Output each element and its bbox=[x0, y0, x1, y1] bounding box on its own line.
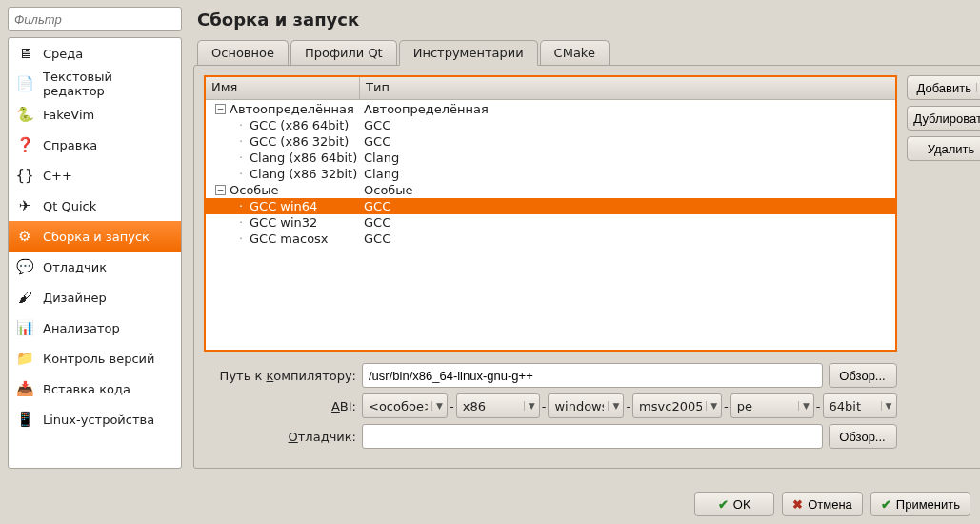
chevron-down-icon: ▼ bbox=[798, 401, 810, 411]
cancel-button[interactable]: ✖ Отмена bbox=[782, 492, 863, 516]
expander-icon[interactable]: − bbox=[215, 185, 226, 195]
abi-combo-1[interactable]: x86▼ bbox=[456, 393, 540, 418]
expander-icon[interactable]: − bbox=[215, 104, 226, 114]
delete-button[interactable]: Удалить bbox=[907, 136, 980, 161]
tree-header-type[interactable]: Тип bbox=[360, 77, 895, 99]
debugger-input[interactable] bbox=[362, 424, 823, 449]
chevron-down-icon: ▼ bbox=[881, 401, 892, 411]
tree-row-type: GCC bbox=[362, 214, 895, 231]
form: Путь к компилятору: Обзор... ABI: <особо… bbox=[204, 363, 897, 449]
sidebar-item-label: Текстовый редактор bbox=[43, 70, 175, 98]
sidebar-item-8[interactable]: 🖌Дизайнер bbox=[9, 282, 181, 312]
tab-1[interactable]: Профили Qt bbox=[290, 40, 397, 66]
tree-row-type: Clang bbox=[362, 150, 895, 166]
sidebar-icon: 📄 bbox=[14, 73, 35, 94]
chevron-down-icon: ▼ bbox=[524, 401, 535, 411]
tree-row[interactable]: ·GCC (x86 64bit)GCC bbox=[206, 117, 895, 133]
tree-row[interactable]: −АвтоопределённаяАвтоопределённая bbox=[206, 101, 895, 117]
tree-row[interactable]: ·Clang (x86 32bit)Clang bbox=[206, 166, 895, 182]
tab-3[interactable]: CMake bbox=[540, 40, 610, 66]
sidebar-item-label: Linux-устройства bbox=[43, 413, 154, 427]
sidebar-item-3[interactable]: ❓Справка bbox=[9, 130, 181, 160]
browse-debugger-button[interactable]: Обзор... bbox=[829, 424, 897, 449]
chevron-down-icon: ▼ bbox=[706, 401, 717, 411]
tree-row-name: Clang (x86 64bit) bbox=[250, 150, 357, 166]
abi-combo-3[interactable]: msvc2005▼ bbox=[632, 393, 722, 418]
tree-header-name[interactable]: Имя bbox=[206, 77, 360, 99]
apply-label: Применить bbox=[896, 497, 960, 512]
tree-row-name: GCC (x86 64bit) bbox=[250, 117, 349, 133]
sidebar-item-7[interactable]: 💬Отладчик bbox=[9, 252, 181, 282]
tree-row[interactable]: ·GCC (x86 32bit)GCC bbox=[206, 133, 895, 150]
tab-2[interactable]: Инструментарии bbox=[399, 40, 538, 66]
sidebar-item-4[interactable]: {}C++ bbox=[9, 160, 181, 191]
tree-header: Имя Тип bbox=[206, 77, 895, 100]
clone-button[interactable]: Дублировать bbox=[907, 106, 980, 131]
sidebar-item-6[interactable]: ⚙Сборка и запуск bbox=[9, 221, 181, 252]
abi-combo-5[interactable]: 64bit▼ bbox=[823, 393, 897, 418]
tree-row-type: Особые bbox=[362, 182, 895, 198]
add-button[interactable]: Добавить ▼ bbox=[907, 75, 980, 100]
tree-row[interactable]: −ОсобыеОсобые bbox=[206, 182, 895, 198]
tree-row[interactable]: ·GCC win32GCC bbox=[206, 214, 895, 231]
sidebar-list: 🖥Среда📄Текстовый редактор🐍FakeVim❓Справк… bbox=[8, 37, 182, 469]
abi-combo-value: pe bbox=[737, 399, 794, 413]
tree-row[interactable]: ·GCC macosxGCC bbox=[206, 231, 895, 247]
separator: - bbox=[540, 399, 549, 413]
sidebar-item-label: Анализатор bbox=[43, 321, 120, 335]
tree-row-name: Clang (x86 32bit) bbox=[250, 166, 357, 182]
tree-row-type: GCC bbox=[362, 231, 895, 247]
sidebar-item-label: Вставка кода bbox=[43, 382, 130, 396]
abi-combo-value: windows bbox=[554, 399, 604, 413]
tree-body: −АвтоопределённаяАвтоопределённая·GCC (x… bbox=[206, 100, 895, 350]
chevron-down-icon: ▼ bbox=[976, 83, 980, 92]
browse-compiler-button[interactable]: Обзор... bbox=[829, 363, 897, 388]
sidebar-icon: 💬 bbox=[14, 256, 35, 277]
sidebar-item-1[interactable]: 📄Текстовый редактор bbox=[9, 69, 181, 99]
apply-button[interactable]: ✔ Применить bbox=[870, 492, 970, 516]
sidebar-item-label: Справка bbox=[43, 138, 97, 152]
tree-row-name: GCC (x86 32bit) bbox=[250, 133, 349, 150]
sidebar-item-11[interactable]: 📥Вставка кода bbox=[9, 373, 181, 404]
cross-icon: ✖ bbox=[792, 497, 803, 512]
compiler-path-label: Путь к компилятору: bbox=[204, 369, 356, 383]
sidebar-item-0[interactable]: 🖥Среда bbox=[9, 38, 181, 69]
tree-row-name: GCC macosx bbox=[250, 231, 329, 247]
abi-combo-value: x86 bbox=[463, 399, 520, 413]
ok-button[interactable]: ✔ OK bbox=[694, 492, 774, 516]
compiler-path-input[interactable] bbox=[362, 363, 823, 388]
ok-label: OK bbox=[733, 497, 751, 512]
tree-row-type: GCC bbox=[362, 133, 895, 150]
filter-input[interactable] bbox=[8, 7, 182, 31]
sidebar-item-label: C++ bbox=[43, 169, 72, 183]
sidebar-icon: 📥 bbox=[14, 378, 35, 399]
sidebar-item-9[interactable]: 📊Анализатор bbox=[9, 312, 181, 343]
chevron-down-icon: ▼ bbox=[608, 401, 619, 411]
tree-row[interactable]: ·GCC win64GCC bbox=[206, 198, 895, 214]
abi-combo-0[interactable]: <особое>▼ bbox=[362, 393, 448, 418]
sidebar-icon: 🐍 bbox=[14, 104, 35, 125]
sidebar-icon: ✈ bbox=[14, 195, 35, 216]
chevron-down-icon: ▼ bbox=[431, 401, 443, 411]
sidebar: 🖥Среда📄Текстовый редактор🐍FakeVim❓Справк… bbox=[0, 0, 188, 474]
sidebar-item-2[interactable]: 🐍FakeVim bbox=[9, 99, 181, 130]
separator: - bbox=[722, 399, 730, 413]
cancel-label: Отмена bbox=[808, 497, 852, 512]
add-button-label: Добавить bbox=[917, 81, 971, 95]
sidebar-icon: 📁 bbox=[14, 348, 35, 369]
abi-combo-value: <особое> bbox=[369, 399, 428, 413]
abi-combo-2[interactable]: windows▼ bbox=[548, 393, 624, 418]
tree-row-type: Clang bbox=[362, 166, 895, 182]
tab-0[interactable]: Основное bbox=[197, 40, 289, 66]
toolchain-tree[interactable]: Имя Тип −АвтоопределённаяАвтоопределённа… bbox=[204, 75, 897, 352]
abi-combo-4[interactable]: pe▼ bbox=[730, 393, 814, 418]
tree-row-name: Автоопределённая bbox=[230, 101, 354, 117]
sidebar-item-5[interactable]: ✈Qt Quick bbox=[9, 191, 181, 221]
tabs: ОсновноеПрофили QtИнструментарииCMake bbox=[193, 39, 980, 65]
page-title: Сборка и запуск bbox=[197, 10, 980, 30]
tree-row[interactable]: ·Clang (x86 64bit)Clang bbox=[206, 150, 895, 166]
sidebar-item-12[interactable]: 📱Linux-устройства bbox=[9, 404, 181, 434]
sidebar-icon: {} bbox=[14, 165, 35, 186]
sidebar-item-10[interactable]: 📁Контроль версий bbox=[9, 343, 181, 373]
check-icon: ✔ bbox=[881, 497, 891, 512]
